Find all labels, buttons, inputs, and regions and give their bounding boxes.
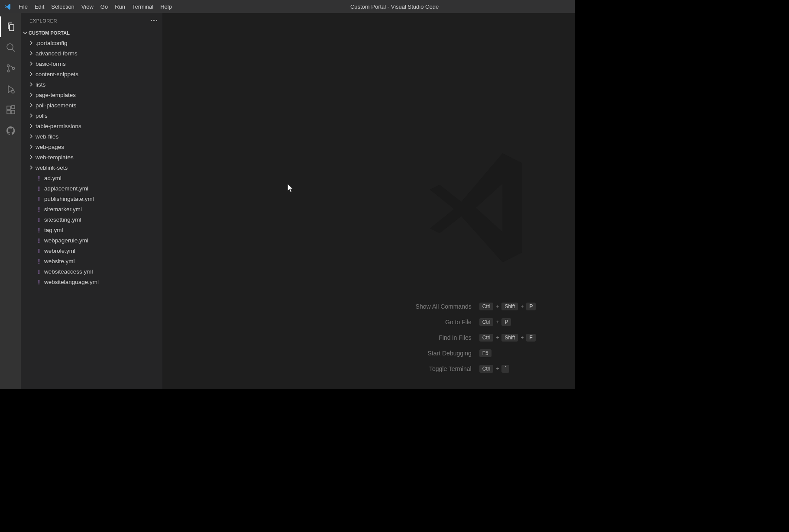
plus-separator: + — [496, 335, 499, 341]
chevron-right-icon — [28, 113, 35, 118]
menu-view[interactable]: View — [78, 0, 97, 13]
shortcut-keys: Ctrl+` — [479, 365, 536, 373]
activity-run-debug-icon[interactable] — [0, 79, 21, 100]
keyboard-key: ` — [501, 365, 509, 373]
shortcut-label: Start Debugging — [416, 350, 472, 357]
tree-file[interactable]: !sitesetting.yml — [21, 214, 162, 225]
menu-run[interactable]: Run — [111, 0, 129, 13]
plus-separator: + — [496, 303, 499, 310]
tree-file[interactable]: !website.yml — [21, 256, 162, 266]
tree-file[interactable]: !tag.yml — [21, 225, 162, 235]
plus-separator: + — [521, 335, 524, 341]
yaml-file-icon: ! — [35, 185, 43, 192]
shortcut-label: Go to File — [416, 319, 472, 326]
tree-file[interactable]: !adplacement.yml — [21, 183, 162, 193]
svg-rect-22 — [11, 110, 15, 114]
tree-item-label: web-templates — [35, 154, 74, 161]
menu-go[interactable]: Go — [97, 0, 111, 13]
letterbox — [575, 0, 789, 532]
svg-rect-20 — [7, 106, 10, 110]
menu-file[interactable]: File — [15, 0, 31, 13]
tree-file[interactable]: !ad.yml — [21, 173, 162, 183]
chevron-right-icon — [28, 61, 35, 66]
svg-point-18 — [13, 68, 15, 70]
tree-item-label: web-files — [35, 133, 58, 140]
tree-item-label: poll-placements — [35, 102, 77, 109]
yaml-file-icon: ! — [35, 195, 43, 203]
keyboard-key: F5 — [479, 349, 492, 357]
tree-file[interactable]: !webrole.yml — [21, 245, 162, 256]
tree-item-label: adplacement.yml — [43, 185, 88, 192]
tree-folder[interactable]: web-pages — [21, 142, 162, 152]
yaml-file-icon: ! — [35, 206, 43, 213]
welcome-shortcuts: Show All CommandsCtrl+Shift+PGo to FileC… — [416, 303, 536, 373]
shortcut-label: Show All Commands — [416, 303, 472, 310]
tree-item-label: table-permissions — [35, 123, 81, 129]
keyboard-key: F — [526, 334, 535, 342]
shortcut-keys: Ctrl+Shift+P — [479, 303, 536, 310]
keyboard-key: Ctrl — [479, 303, 494, 310]
tree-item-label: websiteaccess.yml — [43, 268, 93, 275]
tree-folder[interactable]: advanced-forms — [21, 48, 162, 58]
tree-file[interactable]: !sitemarker.yml — [21, 204, 162, 214]
tree-item-label: sitemarker.yml — [43, 206, 82, 213]
chevron-right-icon — [28, 155, 35, 160]
tree-item-label: publishingstate.yml — [43, 196, 94, 202]
tree-folder[interactable]: content-snippets — [21, 69, 162, 79]
tree-folder[interactable]: weblink-sets — [21, 162, 162, 173]
more-actions-icon[interactable] — [151, 20, 157, 21]
keyboard-key: Shift — [501, 303, 518, 310]
activity-explorer-icon[interactable] — [0, 16, 21, 37]
tree-file[interactable]: !websitelanguage.yml — [21, 277, 162, 287]
yaml-file-icon: ! — [35, 237, 43, 244]
chevron-right-icon — [28, 82, 35, 87]
workspace-root[interactable]: CUSTOM PORTAL — [21, 28, 162, 38]
tree-folder[interactable]: polls — [21, 110, 162, 121]
tree-folder[interactable]: poll-placements — [21, 100, 162, 110]
tree-item-label: lists — [35, 81, 45, 88]
tree-folder[interactable]: lists — [21, 79, 162, 90]
sidebar-header: EXPLORER — [21, 13, 162, 28]
activity-search-icon[interactable] — [0, 37, 21, 58]
menu-terminal[interactable]: Terminal — [129, 0, 157, 13]
chevron-right-icon — [28, 165, 35, 170]
tree-file[interactable]: !publishingstate.yml — [21, 193, 162, 204]
svg-line-15 — [12, 49, 15, 52]
shortcut-label: Toggle Terminal — [416, 365, 472, 372]
activity-github-icon[interactable] — [0, 120, 21, 141]
keyboard-key: P — [501, 318, 511, 326]
mouse-cursor-icon — [287, 184, 294, 194]
plus-separator: + — [496, 366, 499, 372]
activity-source-control-icon[interactable] — [0, 58, 21, 79]
tree-item-label: webpagerule.yml — [43, 237, 88, 244]
chevron-right-icon — [28, 92, 35, 97]
tree-folder[interactable]: web-templates — [21, 152, 162, 162]
tree-item-label: tag.yml — [43, 227, 63, 233]
sidebar-title: EXPLORER — [29, 18, 57, 23]
tree-folder[interactable]: table-permissions — [21, 121, 162, 131]
tree-item-label: weblink-sets — [35, 164, 68, 171]
chevron-right-icon — [28, 123, 35, 129]
tree-folder[interactable]: .portalconfig — [21, 38, 162, 48]
yaml-file-icon: ! — [35, 268, 43, 275]
activity-extensions-icon[interactable] — [0, 100, 21, 120]
tree-folder[interactable]: web-files — [21, 131, 162, 142]
tree-folder[interactable]: page-templates — [21, 90, 162, 100]
tree-file[interactable]: !websiteaccess.yml — [21, 266, 162, 277]
shortcut-keys: Ctrl+P — [479, 318, 536, 326]
yaml-file-icon: ! — [35, 174, 43, 182]
window-title: Custom Portal - Visual Studio Code — [350, 3, 439, 10]
tree-file[interactable]: !webpagerule.yml — [21, 235, 162, 245]
tree-item-label: polls — [35, 113, 48, 119]
svg-point-19 — [12, 90, 14, 93]
menu-bar: File Edit Selection View Go Run Terminal… — [15, 0, 175, 13]
tree-item-label: webrole.yml — [43, 248, 75, 254]
keyboard-key: P — [526, 303, 536, 310]
tree-folder[interactable]: basic-forms — [21, 58, 162, 69]
yaml-file-icon: ! — [35, 258, 43, 265]
menu-edit[interactable]: Edit — [31, 0, 48, 13]
keyboard-key: Ctrl — [479, 318, 494, 326]
menu-help[interactable]: Help — [157, 0, 175, 13]
yaml-file-icon: ! — [35, 278, 43, 286]
menu-selection[interactable]: Selection — [48, 0, 78, 13]
